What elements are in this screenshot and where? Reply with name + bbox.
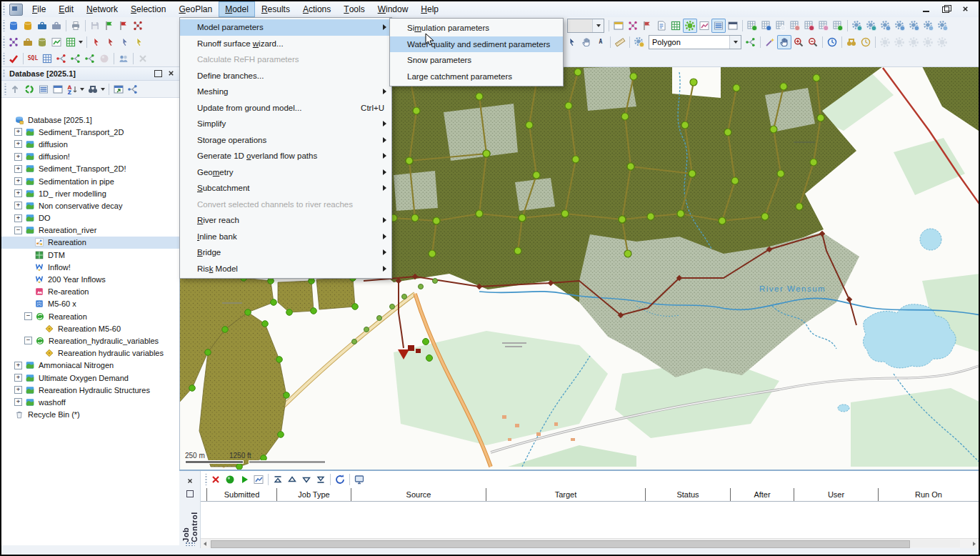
new-geoplan-icon[interactable]: [611, 19, 626, 33]
menubar-grip[interactable]: [2, 4, 6, 15]
find-icon-dropdown[interactable]: [101, 88, 105, 91]
polygon-tool-icon[interactable]: [632, 35, 646, 49]
flag-note-icon[interactable]: [640, 19, 654, 33]
grid-window-new-icon[interactable]: [831, 19, 845, 33]
tool-option-3-icon[interactable]: [906, 35, 921, 49]
new-transportable-database-icon[interactable]: [21, 19, 35, 33]
trace-downstream-icon[interactable]: [69, 51, 83, 66]
tree-item-m5-60-x[interactable]: M5-60 x: [1, 298, 179, 310]
tree-item-washoff[interactable]: +washoff: [1, 396, 179, 408]
tool-option-1-icon[interactable]: [878, 35, 892, 49]
deselect-pointer-icon[interactable]: [89, 35, 104, 49]
new-master-database-icon[interactable]: [6, 19, 21, 33]
grid-window-flags-icon[interactable]: [802, 19, 816, 33]
menu-item-simplify[interactable]: Simplify: [180, 116, 391, 132]
menubar-item-help[interactable]: Help: [414, 1, 445, 17]
job-column-job-type[interactable]: Job Type: [276, 488, 351, 501]
restore-button[interactable]: [941, 5, 951, 14]
menubar-item-model[interactable]: Model: [219, 1, 255, 17]
start-job-icon[interactable]: [237, 472, 251, 487]
panel-grip[interactable]: [2, 69, 6, 78]
tree-item-diffusion[interactable]: +diffusion!: [1, 151, 179, 163]
tree-item-ammoniacal-nitrogen[interactable]: +Ammoniacal Nitrogen: [1, 359, 179, 372]
label-tool-icon[interactable]: [654, 19, 669, 33]
job-table-body[interactable]: [201, 502, 979, 538]
sql-editor-icon[interactable]: SQL: [26, 51, 40, 66]
tree-item-reareation-hydraulic-variables[interactable]: −Reareation_hydraulic_variables: [1, 334, 179, 347]
menubar-item-results[interactable]: Results: [255, 1, 296, 17]
find-results-icon[interactable]: [844, 35, 859, 49]
job-log-icon[interactable]: [251, 472, 266, 487]
engineering-review-icon[interactable]: [116, 51, 131, 66]
key-grid-icon[interactable]: [669, 19, 683, 33]
shape-combo[interactable]: Polygon: [649, 35, 741, 49]
new-selection-icon[interactable]: [6, 35, 21, 49]
properties-icon[interactable]: [683, 19, 697, 33]
up-level-icon[interactable]: [8, 82, 22, 96]
job-panel-close-icon[interactable]: [186, 475, 194, 487]
clear-results-icon[interactable]: [859, 35, 873, 49]
measure-icon[interactable]: [613, 35, 627, 49]
expand-icon[interactable]: +: [14, 177, 22, 185]
select-trace-pointer-icon[interactable]: [132, 35, 146, 49]
sim-extra-1-icon[interactable]: [921, 19, 936, 33]
sim-extra-2-icon[interactable]: [936, 19, 950, 33]
validate-network-icon[interactable]: [131, 19, 145, 33]
commit-flag-green-icon[interactable]: [102, 19, 116, 33]
join-tool-icon[interactable]: [21, 35, 35, 49]
grid-window-links-icon[interactable]: [759, 19, 774, 33]
menu-item-meshing[interactable]: Meshing: [180, 84, 391, 100]
tree-item-reareation-hydraulic-structures[interactable]: +Reareation Hydraulic Structures: [1, 384, 179, 396]
saved-selection-combo[interactable]: [567, 19, 604, 33]
new-3d-view-icon[interactable]: [726, 19, 740, 33]
move-down-icon[interactable]: [299, 472, 314, 487]
sort-icon-dropdown[interactable]: [80, 88, 84, 91]
job-column-target[interactable]: Target: [486, 488, 645, 501]
toolbar-grip[interactable]: [204, 474, 208, 485]
find-icon[interactable]: [86, 82, 100, 96]
grid-views-icon[interactable]: [64, 35, 78, 49]
menu-item-geometry[interactable]: Geometry: [180, 164, 391, 181]
minimize-button[interactable]: [921, 5, 931, 14]
menu-item-update-from-ground-model[interactable]: Update from ground model...Ctrl+U: [180, 100, 391, 116]
open-master-database-icon[interactable]: [35, 19, 49, 33]
menu-item-inline-bank[interactable]: Inline bank: [180, 229, 391, 245]
job-control-tab[interactable]: Job Control: [179, 471, 201, 548]
flood-theme-icon[interactable]: [49, 35, 64, 49]
open-transportable-database-icon[interactable]: [49, 19, 64, 33]
menubar-item-selection[interactable]: Selection: [124, 1, 172, 17]
menubar-item-network[interactable]: Network: [80, 1, 124, 17]
tree-item-reareation[interactable]: −Reareation: [1, 310, 179, 322]
sort-icon[interactable]: [65, 82, 79, 96]
tool-option-2-icon[interactable]: [892, 35, 906, 49]
expand-icon[interactable]: +: [14, 398, 22, 406]
menu-item-storage-operations[interactable]: Storage operations: [180, 132, 391, 149]
tree-item-200-year-inflows[interactable]: 200 Year Inflows: [1, 273, 179, 285]
menubar-item-file[interactable]: File: [26, 1, 52, 17]
compare-tree-icon[interactable]: [126, 82, 140, 96]
job-column-submitted[interactable]: Submitted: [206, 488, 276, 501]
graph-icon[interactable]: [697, 19, 711, 33]
menu-item-bridge[interactable]: Bridge: [180, 244, 391, 261]
menu-item-large-catchment-parameters[interactable]: Large catchment parameters: [390, 69, 563, 85]
sim-compare-icon[interactable]: [907, 19, 921, 33]
saved-selection-combo-dropdown-icon[interactable]: [592, 19, 604, 32]
tree-item-inflow[interactable]: Inflow!: [1, 261, 179, 273]
expand-icon[interactable]: +: [14, 189, 22, 197]
menu-item-risk-model[interactable]: Risk Model: [180, 261, 391, 277]
tree-item-reareation[interactable]: Reareation: [1, 237, 179, 249]
scroll-left-arrow[interactable]: [201, 540, 209, 547]
menu-item-runoff-surface-wizard[interactable]: Runoff surface wizard...: [180, 36, 391, 52]
tree-item-do[interactable]: +DO: [1, 212, 179, 224]
toolbar-grip[interactable]: [2, 36, 6, 48]
menu-item-subcatchment[interactable]: Subcatchment: [180, 180, 391, 197]
tree-item-diffusion[interactable]: +diffusion: [1, 138, 179, 150]
long-section-icon[interactable]: [711, 19, 726, 33]
expand-icon[interactable]: +: [14, 374, 22, 382]
zoom-in-icon[interactable]: [791, 35, 806, 49]
tree-item-reareation-m5-60[interactable]: Reareation M5-60: [1, 322, 179, 334]
expand-icon[interactable]: +: [14, 214, 22, 222]
expand-icon[interactable]: +: [14, 202, 22, 209]
tree-item-non-conservative-decay[interactable]: +Non conservative decay: [1, 199, 179, 212]
validate-check-icon[interactable]: [6, 51, 21, 66]
